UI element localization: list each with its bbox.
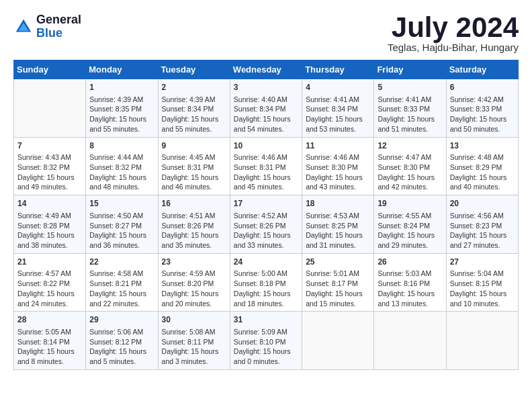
cell-info: and 5 minutes. (89, 357, 154, 367)
cell-info: Sunrise: 4:41 AM (306, 95, 370, 105)
cell-info: Sunset: 8:16 PM (378, 279, 442, 289)
day-number: 29 (89, 314, 154, 326)
calendar-cell: 22Sunrise: 4:58 AMSunset: 8:21 PMDayligh… (86, 253, 158, 312)
calendar-cell: 31Sunrise: 5:09 AMSunset: 8:10 PMDayligh… (230, 312, 302, 370)
cell-info: Sunrise: 4:42 AM (450, 95, 515, 105)
cell-info: Daylight: 15 hours (378, 230, 442, 240)
cell-info: and 38 minutes. (17, 240, 82, 250)
cell-info: Sunrise: 5:04 AM (450, 269, 515, 279)
cell-info: Sunrise: 5:06 AM (89, 327, 154, 337)
cell-info: Sunrise: 4:55 AM (378, 211, 442, 221)
day-number: 3 (234, 82, 298, 93)
day-number: 22 (89, 257, 154, 268)
day-number: 7 (17, 140, 82, 152)
cell-info: and 13 minutes. (378, 299, 442, 309)
calendar-cell (14, 79, 86, 138)
day-number: 2 (162, 82, 226, 93)
calendar-cell: 15Sunrise: 4:50 AMSunset: 8:27 PMDayligh… (86, 195, 158, 254)
cell-info: Daylight: 15 hours (306, 114, 370, 124)
cell-info: Daylight: 15 hours (162, 289, 226, 299)
calendar-cell: 9Sunrise: 4:45 AMSunset: 8:31 PMDaylight… (158, 137, 230, 195)
cell-info: Sunrise: 4:41 AM (378, 95, 442, 105)
cell-info: Daylight: 15 hours (306, 230, 370, 240)
calendar-cell (446, 312, 518, 370)
calendar-cell: 10Sunrise: 4:46 AMSunset: 8:31 PMDayligh… (230, 137, 302, 195)
day-number: 27 (450, 257, 515, 268)
cell-info: Daylight: 15 hours (162, 230, 226, 240)
cell-info: Sunset: 8:25 PM (306, 221, 370, 231)
cell-info: Daylight: 15 hours (89, 289, 154, 299)
calendar-cell: 19Sunrise: 4:55 AMSunset: 8:24 PMDayligh… (374, 195, 446, 254)
cell-info: Daylight: 15 hours (162, 114, 226, 124)
cell-info: and 8 minutes. (17, 357, 82, 367)
cell-info: Sunrise: 5:05 AM (17, 327, 82, 337)
cell-info: and 0 minutes. (234, 357, 298, 367)
calendar-cell: 20Sunrise: 4:56 AMSunset: 8:23 PMDayligh… (446, 195, 518, 254)
cell-info: Sunset: 8:35 PM (89, 104, 154, 114)
calendar-cell: 12Sunrise: 4:47 AMSunset: 8:30 PMDayligh… (374, 137, 446, 195)
cell-info: Sunset: 8:31 PM (162, 163, 226, 173)
day-number: 5 (378, 82, 442, 93)
cell-info: and 55 minutes. (162, 124, 226, 134)
cell-info: Sunrise: 4:39 AM (162, 95, 226, 105)
cell-info: and 20 minutes. (162, 299, 226, 309)
cell-info: and 42 minutes. (378, 182, 442, 192)
cell-info: Daylight: 15 hours (234, 230, 298, 240)
calendar-week-3: 14Sunrise: 4:49 AMSunset: 8:28 PMDayligh… (14, 195, 519, 254)
calendar-cell: 21Sunrise: 4:57 AMSunset: 8:22 PMDayligh… (14, 253, 86, 312)
cell-info: Sunset: 8:29 PM (450, 163, 515, 173)
cell-info: Sunrise: 4:57 AM (17, 269, 82, 279)
cell-info: and 49 minutes. (17, 182, 82, 192)
cell-info: Sunrise: 4:49 AM (17, 211, 82, 221)
page-header: General Blue July 2024 Teglas, Hajdu-Bih… (13, 13, 519, 53)
calendar-week-1: 1Sunrise: 4:39 AMSunset: 8:35 PMDaylight… (14, 79, 519, 138)
day-number: 6 (450, 82, 515, 93)
cell-info: Daylight: 15 hours (89, 173, 154, 183)
calendar-table: SundayMondayTuesdayWednesdayThursdayFrid… (13, 60, 519, 370)
cell-info: and 15 minutes. (306, 299, 370, 309)
cell-info: Sunset: 8:15 PM (450, 279, 515, 289)
cell-info: Daylight: 15 hours (306, 289, 370, 299)
calendar-cell: 6Sunrise: 4:42 AMSunset: 8:33 PMDaylight… (446, 79, 518, 138)
day-number: 13 (450, 140, 515, 152)
calendar-cell (374, 312, 446, 370)
calendar-cell: 3Sunrise: 4:40 AMSunset: 8:34 PMDaylight… (230, 79, 302, 138)
cell-info: and 45 minutes. (234, 182, 298, 192)
cell-info: and 24 minutes. (17, 299, 82, 309)
cell-info: Sunrise: 4:58 AM (89, 269, 154, 279)
day-number: 1 (89, 82, 154, 93)
header-wednesday: Wednesday (230, 60, 302, 79)
cell-info: Sunrise: 4:47 AM (378, 152, 442, 163)
cell-info: Sunset: 8:28 PM (17, 221, 82, 231)
cell-info: Sunrise: 4:59 AM (162, 269, 226, 279)
cell-info: Sunrise: 4:51 AM (162, 211, 226, 221)
cell-info: Daylight: 15 hours (17, 230, 82, 240)
cell-info: Daylight: 15 hours (162, 173, 226, 183)
calendar-cell: 13Sunrise: 4:48 AMSunset: 8:29 PMDayligh… (446, 137, 518, 195)
cell-info: Sunset: 8:31 PM (234, 163, 298, 173)
calendar-week-2: 7Sunrise: 4:43 AMSunset: 8:32 PMDaylight… (14, 137, 519, 195)
day-number: 23 (162, 257, 226, 268)
cell-info: and 50 minutes. (450, 124, 515, 134)
day-number: 4 (306, 82, 370, 93)
header-monday: Monday (86, 60, 158, 79)
calendar-cell: 1Sunrise: 4:39 AMSunset: 8:35 PMDaylight… (86, 79, 158, 138)
header-friday: Friday (374, 60, 446, 79)
calendar-week-5: 28Sunrise: 5:05 AMSunset: 8:14 PMDayligh… (14, 312, 519, 370)
day-number: 31 (234, 314, 298, 326)
cell-info: Daylight: 15 hours (306, 173, 370, 183)
cell-info: Sunrise: 4:39 AM (89, 95, 154, 105)
cell-info: Daylight: 15 hours (89, 114, 154, 124)
header-saturday: Saturday (446, 60, 518, 79)
cell-info: Daylight: 15 hours (89, 347, 154, 357)
cell-info: Sunrise: 5:03 AM (378, 269, 442, 279)
cell-info: and 36 minutes. (89, 240, 154, 250)
calendar-week-4: 21Sunrise: 4:57 AMSunset: 8:22 PMDayligh… (14, 253, 519, 312)
cell-info: Sunset: 8:32 PM (89, 163, 154, 173)
cell-info: Sunrise: 4:43 AM (17, 152, 82, 163)
day-number: 24 (234, 257, 298, 268)
cell-info: Sunset: 8:23 PM (450, 221, 515, 231)
calendar-header-row: SundayMondayTuesdayWednesdayThursdayFrid… (14, 60, 519, 79)
calendar-cell: 18Sunrise: 4:53 AMSunset: 8:25 PMDayligh… (302, 195, 374, 254)
calendar-cell: 24Sunrise: 5:00 AMSunset: 8:18 PMDayligh… (230, 253, 302, 312)
